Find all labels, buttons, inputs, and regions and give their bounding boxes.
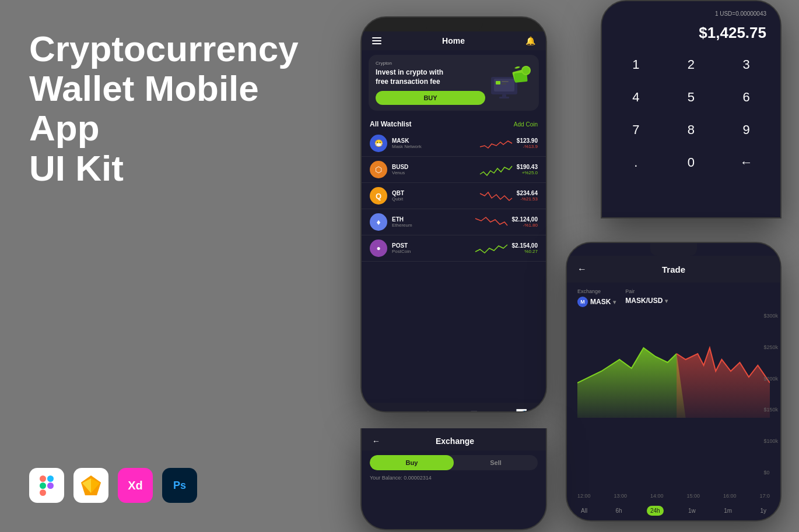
watchlist-title: All Watchlist [370,120,412,128]
numpad-key-9[interactable]: 9 [721,117,771,143]
eth-fullname: Ethereum [392,223,471,228]
y-label-0: $0 [763,470,778,475]
coin-list: 😷 MASK Mask Network $123.90 -%13.9 ⬡ [362,131,546,262]
qbt-price: $234.64 [517,190,538,196]
bell-icon[interactable]: 🔔 [525,36,535,45]
phone-screen: Home 🔔 Crypton Invest in crypto withfree… [362,31,546,413]
exchange-value[interactable]: M MASK ▾ [577,297,616,307]
eth-price-wrap: $2.124,00 -%1.80 [512,216,538,228]
post-chart [475,240,507,256]
time-btn-all[interactable]: All [577,506,591,516]
trade-chart-area: $300k $250k $200k $150k $100k $0 [567,313,780,493]
eth-symbol: ETH [392,216,471,223]
svg-rect-13 [502,81,509,82]
buy-tab[interactable]: Buy [370,455,454,470]
exchange-back-button[interactable]: ← [372,436,380,446]
svg-point-4 [47,482,54,489]
chart-x-labels: 12:00 13:00 14:00 15:00 16:00 17:0 [567,493,780,501]
numpad-key-6[interactable]: 6 [721,84,771,111]
nav-chart-icon[interactable]: 📊 [516,408,527,413]
sketch-icon[interactable] [73,468,108,503]
trade-title: Trade [594,265,754,274]
numpad-key-5[interactable]: 5 [667,84,716,111]
time-btn-6h[interactable]: 6h [612,506,625,516]
qbt-icon: Q [370,187,387,205]
post-icon: ● [370,239,387,257]
numpad-grid: 1 2 3 4 5 6 7 8 9 . 0 ← [611,51,771,176]
y-label-200k: $200k [763,376,778,382]
svg-rect-0 [40,475,46,482]
pair-chevron: ▾ [665,298,668,304]
pair-value[interactable]: MASK/USD ▾ [625,297,668,305]
nav-grid-icon[interactable]: ⊞ [470,408,478,413]
phone-header: Home 🔔 [362,31,546,50]
exchange-title: Exchange [387,436,523,446]
phone-center: Home 🔔 Crypton Invest in crypto withfree… [360,16,547,413]
svg-point-20 [523,67,530,74]
main-title: Cryptocurrency Wallet Mobile App UI Kit [29,29,332,188]
x-label-1600: 16:00 [723,493,737,499]
coin-row-busd[interactable]: ⬡ BUSD Venus $190.43 +%25.0 [362,157,546,183]
figma-icon[interactable] [29,468,64,503]
exchange-balance: Your Balance: 0.00002314 [362,475,546,485]
svg-rect-16 [499,97,509,98]
buy-button[interactable]: BUY [376,91,485,105]
add-coin-button[interactable]: Add Coin [514,121,538,128]
post-price: $2.154,00 [512,242,538,249]
y-label-150k: $150k [763,407,778,413]
numpad-key-backspace[interactable]: ← [721,149,771,176]
time-btn-24h[interactable]: 24h [647,506,664,516]
banner-title: Invest in crypto withfree transaction fe… [376,68,485,86]
post-price-wrap: $2.154,00 %0.27 [512,242,538,254]
coin-row-post[interactable]: ● POST PostCoin $2.154,00 %0.27 [362,235,546,262]
busd-icon: ⬡ [370,161,387,178]
numpad-rate: 1 USD=0.00000043 [611,10,771,17]
time-btn-1y[interactable]: 1y [756,506,770,516]
exchange-header: ← Exchange [362,428,546,450]
svg-rect-1 [47,475,54,482]
mask-info: MASK Mask Network [392,138,475,149]
qbt-symbol: QBT [392,190,475,196]
busd-symbol: BUSD [392,164,475,170]
numpad-key-dot[interactable]: . [611,149,661,176]
eth-info: ETH Ethereum [392,216,471,228]
eth-chart [475,214,507,230]
numpad-key-2[interactable]: 2 [667,51,716,78]
coin-row-eth[interactable]: ♦ ETH Ethereum $2.124,00 -%1.80 [362,209,546,235]
time-btn-1m[interactable]: 1m [720,506,735,516]
numpad-key-8[interactable]: 8 [667,117,716,143]
x-label-1300: 13:00 [614,493,627,499]
hamburger-menu-icon[interactable] [372,37,381,44]
mask-change: -%13.9 [517,144,538,149]
svg-rect-11 [494,79,514,91]
numpad-key-4[interactable]: 4 [611,84,661,111]
nav-home-icon[interactable]: ⌂ [380,409,386,413]
phone-exchange: ← Exchange Buy Sell Your Balance: 0.0000… [360,428,547,530]
phone-trade: ← Trade Exchange M MASK ▾ Pair MASK/USD … [566,242,782,522]
trade-back-button[interactable]: ← [577,264,587,274]
busd-change: +%25.0 [517,170,538,175]
y-label-300k: $300k [763,313,778,319]
xd-icon[interactable]: Xd [118,468,153,503]
numpad-key-0[interactable]: 0 [667,149,716,176]
svg-rect-3 [40,489,46,496]
qbt-change: -%21.53 [517,196,538,202]
y-label-250k: $250k [763,344,778,350]
trade-header: ← Trade [567,256,780,283]
sell-tab[interactable]: Sell [454,455,538,470]
numpad-key-7[interactable]: 7 [611,117,661,143]
coin-row-mask[interactable]: 😷 MASK Mask Network $123.90 -%13.9 [362,131,546,157]
eth-price: $2.124,00 [512,216,538,223]
exchange-screen: ← Exchange Buy Sell Your Balance: 0.0000… [362,428,546,529]
coin-row-qbt[interactable]: Q QBT Qubit $234.64 -%21.53 [362,183,546,209]
ps-icon[interactable]: Ps [162,468,197,503]
numpad-key-1[interactable]: 1 [611,51,661,78]
banner-illustration [485,62,532,103]
nav-clock-icon[interactable]: ◷ [424,408,432,413]
time-btn-1w[interactable]: 1w [685,506,699,516]
pair-label: Pair [625,288,668,294]
qbt-chart [480,188,512,204]
exchange-selector: Exchange M MASK ▾ [577,288,616,307]
qbt-fullname: Qubit [392,196,475,202]
numpad-key-3[interactable]: 3 [721,51,771,78]
